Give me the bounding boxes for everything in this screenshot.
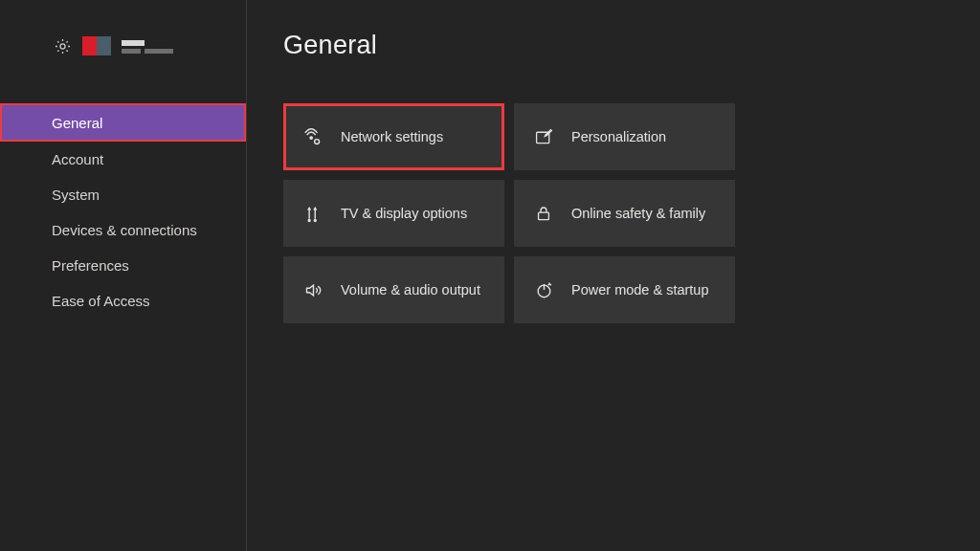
tile-personalization[interactable]: Personalization xyxy=(514,103,735,170)
svg-point-5 xyxy=(314,219,316,221)
page-title: General xyxy=(283,31,377,60)
tile-online-safety[interactable]: Online safety & family xyxy=(514,180,735,247)
svg-point-0 xyxy=(60,43,65,48)
personalize-icon xyxy=(533,127,554,147)
tile-grid: Network settings Personalization xyxy=(283,103,735,323)
svg-rect-6 xyxy=(539,212,549,220)
sidebar-item-account[interactable]: Account xyxy=(0,142,246,177)
tile-label: Network settings xyxy=(341,129,443,144)
sidebar: General Account System Devices & connect… xyxy=(0,0,247,551)
tile-network-settings[interactable]: Network settings xyxy=(283,103,504,170)
sidebar-item-label: General xyxy=(52,115,102,131)
lock-icon xyxy=(533,204,554,223)
svg-point-4 xyxy=(308,219,310,221)
network-icon xyxy=(302,126,323,147)
sidebar-item-preferences[interactable]: Preferences xyxy=(0,248,246,283)
tile-power-mode[interactable]: Power mode & startup xyxy=(514,256,735,323)
svg-point-2 xyxy=(315,140,320,144)
sidebar-item-label: Account xyxy=(52,151,103,167)
app-root: General Account System Devices & connect… xyxy=(0,0,980,551)
sidebar-item-general[interactable]: General xyxy=(0,103,246,142)
avatar xyxy=(82,36,111,55)
sidebar-item-label: Devices & connections xyxy=(52,222,197,238)
tile-volume-audio[interactable]: Volume & audio output xyxy=(283,256,504,323)
tile-label: Online safety & family xyxy=(571,206,705,221)
profile-name-redacted xyxy=(122,39,173,54)
power-icon xyxy=(533,280,554,300)
sidebar-item-label: Ease of Access xyxy=(52,293,150,309)
main-panel: General Network settings xyxy=(247,0,980,551)
svg-point-1 xyxy=(310,137,312,139)
display-icon xyxy=(302,204,323,224)
profile-header[interactable] xyxy=(54,36,173,55)
tile-tv-display[interactable]: TV & display options xyxy=(283,180,504,247)
sidebar-item-devices[interactable]: Devices & connections xyxy=(0,212,246,248)
tile-label: Volume & audio output xyxy=(341,282,480,298)
sidebar-nav: General Account System Devices & connect… xyxy=(0,103,246,319)
sidebar-item-label: Preferences xyxy=(52,257,129,274)
tile-label: Power mode & startup xyxy=(571,282,708,298)
tile-label: Personalization xyxy=(571,129,666,144)
tile-label: TV & display options xyxy=(341,206,467,221)
sidebar-item-ease-of-access[interactable]: Ease of Access xyxy=(0,283,246,319)
gear-icon xyxy=(54,37,72,55)
audio-icon xyxy=(302,280,323,300)
sidebar-item-label: System xyxy=(52,187,100,203)
sidebar-item-system[interactable]: System xyxy=(0,177,246,212)
